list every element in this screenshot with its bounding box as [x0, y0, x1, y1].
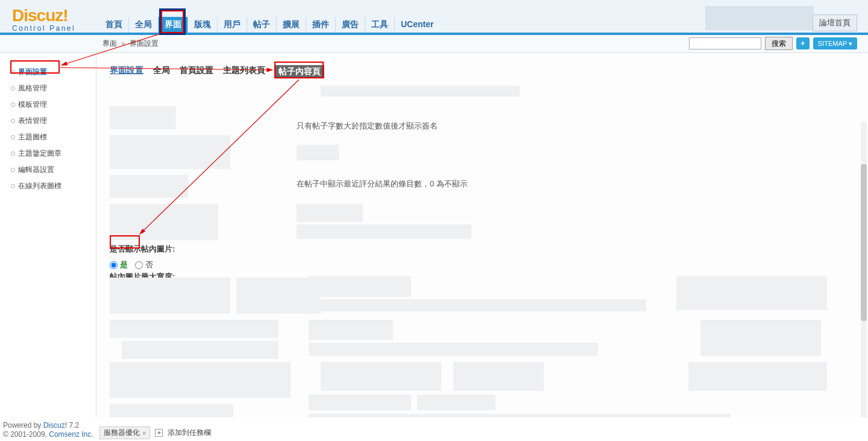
sidebar-item-editor[interactable]: 編輯器設置: [0, 162, 96, 178]
taskbar-tag[interactable]: 服務器優化 ×: [99, 427, 150, 439]
scrollbar-thumb[interactable]: [861, 164, 867, 321]
content-tabs: 界面設置 全局 首頁設置 主題列表頁 帖子內容頁: [98, 56, 868, 84]
sidebar-item-emoji[interactable]: 表情管理: [0, 113, 96, 129]
search-input[interactable]: [689, 37, 761, 49]
top-placeholder: [705, 6, 814, 30]
sidebar-item-style[interactable]: 風格管理: [0, 80, 96, 97]
breadcrumb-bar: 界面 » 界面設置 搜索 + SITEMAP ▾: [0, 35, 868, 53]
placeholder: [110, 278, 230, 314]
taskbar: 服務器優化 × + 添加到任務欄: [99, 427, 211, 439]
placeholder: [676, 276, 827, 310]
main-nav: 首頁 全局 界面 版塊 用戶 帖子 擴展 插件 廣告 工具 UCenter: [99, 17, 439, 33]
tab-global[interactable]: 全局: [153, 65, 170, 78]
placeholder: [297, 145, 339, 160]
crumb-b: 界面設置: [130, 39, 159, 48]
radio-no[interactable]: 否: [135, 259, 153, 270]
placeholder: [309, 320, 393, 340]
placeholder: [110, 204, 218, 240]
footer-poweredby: Powered by: [3, 421, 43, 430]
radio-yes[interactable]: 是: [110, 259, 128, 270]
tab-post-content[interactable]: 帖子內容頁: [275, 65, 324, 78]
footer-version: 7.2: [69, 421, 79, 430]
placeholder: [309, 276, 411, 297]
placeholder: [333, 86, 520, 97]
top-bar: Discuz! Control Panel 首頁 全局 界面 版塊 用戶 帖子 …: [0, 0, 868, 35]
nav-extend[interactable]: 擴展: [277, 17, 306, 33]
content-area: 界面設置 全局 首頁設置 主題列表頁 帖子內容頁 只有帖子字數大於指定數值後才顯…: [98, 56, 868, 417]
taskbar-tag-close-icon[interactable]: ×: [142, 430, 146, 437]
search-box: 搜索 + SITEMAP ▾: [689, 37, 857, 50]
sidebar: 界面設置 風格管理 模板管理 表情管理 主題圖標 主題鑒定圖章 編輯器設置 在線…: [0, 56, 96, 417]
placeholder: [122, 341, 278, 359]
nav-user[interactable]: 用戶: [218, 17, 247, 33]
forum-home-button[interactable]: 論壇首頁: [813, 14, 857, 31]
logo: Discuz! Control Panel: [12, 6, 96, 33]
footer-discuz-link[interactable]: Discuz!: [43, 421, 67, 430]
sidebar-item-topic-icon[interactable]: 主題圖標: [0, 129, 96, 145]
placeholder: [297, 224, 471, 239]
hint-score: 在帖子中顯示最近評分結果的條目數，0 為不顯示: [297, 179, 468, 189]
hint-signature: 只有帖子字數大於指定數值後才顯示簽名: [297, 121, 438, 132]
nav-tools[interactable]: 工具: [365, 17, 395, 33]
radio-yes-input[interactable]: [110, 261, 118, 269]
placeholder: [297, 204, 363, 222]
add-button[interactable]: +: [796, 37, 810, 49]
tab-homepage[interactable]: 首頁設置: [180, 65, 213, 78]
taskbar-add-label[interactable]: 添加到任務欄: [168, 428, 211, 438]
placeholder: [236, 278, 321, 314]
show-inline-image-field: 是否顯示帖內圖片: 是 否: [110, 244, 175, 270]
brand-subtitle: Control Panel: [12, 24, 96, 33]
sidebar-item-interface-settings[interactable]: 界面設置: [0, 64, 96, 80]
nav-ucenter[interactable]: UCenter: [395, 17, 439, 33]
sidebar-item-topic-stamp[interactable]: 主題鑒定圖章: [0, 145, 96, 162]
nav-home[interactable]: 首頁: [99, 17, 129, 33]
placeholder: [700, 320, 821, 356]
placeholder: [110, 320, 278, 338]
placeholder: [110, 106, 176, 129]
placeholder: [110, 404, 233, 417]
placeholder: [110, 135, 230, 169]
placeholder: [453, 362, 544, 391]
nav-ads[interactable]: 廣告: [336, 17, 365, 33]
footer: Powered by Discuz! 7.2 © 2001-2009, Coms…: [3, 421, 93, 439]
sidebar-item-online-icon[interactable]: 在線列表圖標: [0, 178, 96, 194]
placeholder: [309, 343, 598, 356]
taskbar-tag-label: 服務器優化: [104, 428, 140, 438]
nav-interface[interactable]: 界面: [159, 17, 188, 33]
crumb-a[interactable]: 界面: [102, 39, 117, 48]
nav-global[interactable]: 全局: [129, 17, 159, 33]
footer-copyright: © 2001-2009,: [3, 430, 49, 439]
radio-yes-text: 是: [120, 259, 128, 270]
tab-topic-list[interactable]: 主題列表頁: [223, 65, 265, 78]
placeholder: [417, 395, 495, 410]
nav-post[interactable]: 帖子: [247, 17, 277, 33]
footer-comsenz-link[interactable]: Comsenz Inc.: [49, 430, 93, 439]
taskbar-add-icon[interactable]: +: [155, 429, 163, 437]
placeholder: [309, 414, 731, 417]
show-inline-image-label: 是否顯示帖內圖片:: [110, 244, 175, 255]
placeholder: [309, 299, 646, 311]
nav-forum[interactable]: 版塊: [188, 17, 218, 33]
placeholder: [110, 362, 291, 398]
tab-interface-settings[interactable]: 界面設置: [110, 65, 143, 78]
placeholder: [688, 362, 827, 391]
radio-no-text: 否: [145, 259, 153, 270]
placeholder: [309, 395, 411, 410]
nav-plugin[interactable]: 插件: [306, 17, 336, 33]
crumb-sep: »: [121, 39, 125, 48]
sidebar-item-template[interactable]: 模板管理: [0, 97, 96, 113]
search-button[interactable]: 搜索: [765, 37, 793, 50]
placeholder: [321, 362, 441, 391]
sitemap-button[interactable]: SITEMAP ▾: [813, 37, 857, 49]
radio-no-input[interactable]: [135, 261, 143, 269]
brand-name: Discuz!: [12, 6, 96, 25]
placeholder: [110, 175, 188, 198]
